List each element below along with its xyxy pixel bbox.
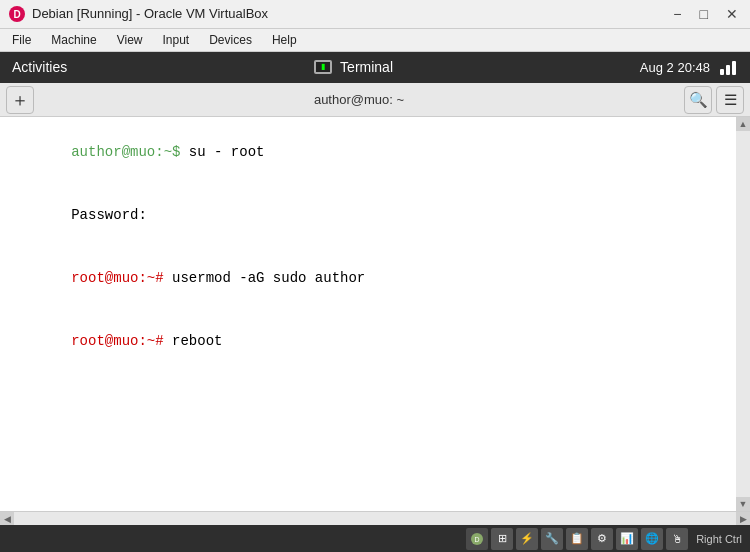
- gnome-time: Aug 2 20:48: [640, 60, 710, 75]
- menu-input[interactable]: Input: [155, 31, 198, 49]
- menu-view[interactable]: View: [109, 31, 151, 49]
- hamburger-icon: ☰: [724, 91, 737, 109]
- menu-devices[interactable]: Devices: [201, 31, 260, 49]
- minimize-button[interactable]: −: [669, 7, 685, 21]
- terminal-wrapper: author@muo:~$ su - root Password: root@m…: [0, 117, 750, 511]
- scrollbar-bottom: ◀ ▶: [0, 511, 750, 525]
- cmd-3: reboot: [164, 333, 223, 349]
- gnome-topbar: Activities ▮ Terminal Aug 2 20:48: [0, 52, 750, 83]
- scroll-up-arrow[interactable]: ▲: [736, 117, 750, 131]
- scroll-track-bottom: [14, 512, 736, 525]
- terminal-toolbar: ＋ author@muo: ~ 🔍 ☰: [0, 83, 750, 118]
- activities-button[interactable]: Activities: [12, 59, 67, 75]
- terminal-line-3: root@muo:~# usermod -aG sudo author: [4, 247, 746, 310]
- window-title: Debian [Running] - Oracle VM VirtualBox: [32, 6, 268, 21]
- terminal-line-4: root@muo:~# reboot: [4, 310, 746, 373]
- prompt-root-2: root@muo:~#: [71, 333, 163, 349]
- svg-text:D: D: [475, 536, 480, 543]
- right-ctrl-label: Right Ctrl: [696, 533, 742, 545]
- gnome-terminal-label: Terminal: [340, 59, 393, 75]
- debian-icon: D: [8, 5, 26, 23]
- cmd-1: su - root: [180, 144, 264, 160]
- vm-window: D Debian [Running] - Oracle VM VirtualBo…: [0, 0, 750, 552]
- status-icon-8[interactable]: 🌐: [641, 528, 663, 550]
- svg-rect-4: [732, 61, 736, 75]
- scroll-track-right: [736, 131, 750, 497]
- scrollbar-right: ▲ ▼: [736, 117, 750, 511]
- terminal-app-icon: ▮: [314, 60, 332, 74]
- terminal-line-1: author@muo:~$ su - root: [4, 121, 746, 184]
- status-icon-5[interactable]: 📋: [566, 528, 588, 550]
- svg-text:D: D: [13, 9, 20, 20]
- toolbar-title: author@muo: ~: [38, 92, 680, 107]
- new-tab-button[interactable]: ＋: [6, 86, 34, 114]
- titlebar-controls: − □ ✕: [669, 7, 742, 21]
- menu-help[interactable]: Help: [264, 31, 305, 49]
- system-tray-icon: D: [469, 531, 485, 547]
- svg-rect-3: [726, 65, 730, 75]
- menubar: File Machine View Input Devices Help: [0, 29, 750, 52]
- prompt-root-1: root@muo:~#: [71, 270, 163, 286]
- status-icon-9[interactable]: 🖱: [666, 528, 688, 550]
- maximize-button[interactable]: □: [696, 7, 712, 21]
- status-icon-7[interactable]: 📊: [616, 528, 638, 550]
- terminal-line-2: Password:: [4, 184, 746, 247]
- svg-rect-2: [720, 69, 724, 75]
- window-titlebar: D Debian [Running] - Oracle VM VirtualBo…: [0, 0, 750, 29]
- scroll-right-arrow[interactable]: ▶: [736, 512, 750, 526]
- status-icon-4[interactable]: 🔧: [541, 528, 563, 550]
- status-icon-6[interactable]: ⚙: [591, 528, 613, 550]
- search-button[interactable]: 🔍: [684, 86, 712, 114]
- prompt-user-1: author@muo:~$: [71, 144, 180, 160]
- scroll-left-arrow[interactable]: ◀: [0, 512, 14, 526]
- titlebar-left: D Debian [Running] - Oracle VM VirtualBo…: [8, 5, 268, 23]
- plus-icon: ＋: [11, 88, 29, 112]
- menu-machine[interactable]: Machine: [43, 31, 104, 49]
- gnome-center: ▮ Terminal: [314, 59, 393, 75]
- status-icon-3[interactable]: ⚡: [516, 528, 538, 550]
- terminal-content[interactable]: author@muo:~$ su - root Password: root@m…: [0, 117, 750, 507]
- status-icon-1[interactable]: D: [466, 528, 488, 550]
- network-icon: [718, 57, 738, 77]
- hamburger-menu-button[interactable]: ☰: [716, 86, 744, 114]
- menu-file[interactable]: File: [4, 31, 39, 49]
- search-icon: 🔍: [689, 91, 708, 109]
- cmd-2: usermod -aG sudo author: [164, 270, 366, 286]
- statusbar: D ⊞ ⚡ 🔧 📋 ⚙ 📊 🌐 🖱 Right Ctrl: [0, 525, 750, 552]
- status-icon-group: D ⊞ ⚡ 🔧 📋 ⚙ 📊 🌐 🖱: [466, 528, 688, 550]
- password-prompt: Password:: [71, 207, 147, 223]
- status-icon-2[interactable]: ⊞: [491, 528, 513, 550]
- close-button[interactable]: ✕: [722, 7, 742, 21]
- scroll-down-arrow[interactable]: ▼: [736, 497, 750, 511]
